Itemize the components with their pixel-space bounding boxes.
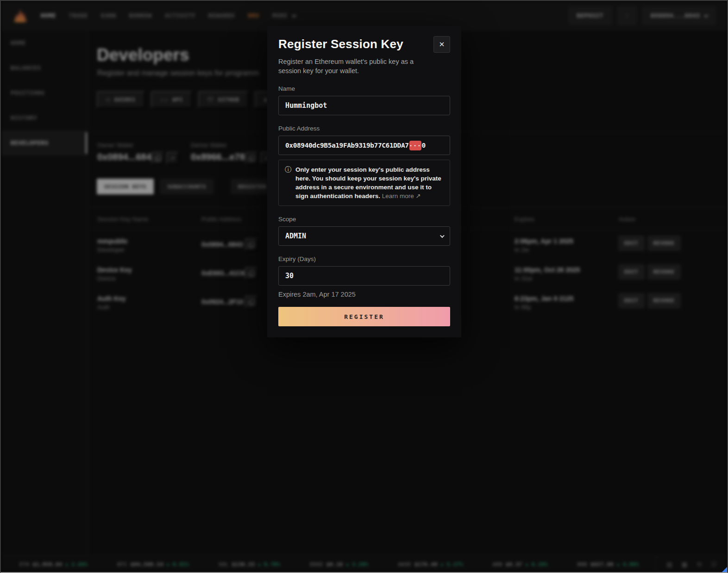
scope-selected-value: ADMIN (285, 232, 306, 240)
footer-icon-group: ▤ ▦ ⟲ 🗩 (656, 556, 728, 572)
address-copy-button[interactable] (245, 238, 257, 251)
book-icon: ❐ (106, 96, 110, 103)
ticker-change: 0.70% (264, 561, 281, 567)
wallet-account-button[interactable]: 0X0894...6843 (643, 7, 715, 24)
ticker-change: 5.27% (447, 561, 464, 567)
expires-relative: In 2w (515, 246, 529, 253)
notifications-button[interactable] (618, 7, 636, 25)
edit-button[interactable]: EDIT (618, 236, 645, 251)
expires-relative: In 99y (515, 304, 531, 311)
nav-item-rewards[interactable]: REWARDS (208, 12, 235, 19)
address-copy-button[interactable] (245, 296, 257, 308)
public-address-label: Public Address (278, 125, 450, 132)
ticker-price: $1,950.64 (32, 561, 62, 567)
ticker-item-eth: ETH $1,950.64 ▲ 2.64% (19, 561, 88, 567)
scope-label: Scope (278, 216, 450, 223)
deposit-button[interactable]: DEPOSIT (569, 7, 612, 24)
ticker-symbol: ARB (493, 561, 502, 567)
up-arrow-icon: ▲ (65, 562, 68, 567)
copy-icon (155, 156, 160, 161)
session-key-name: mmpublic (97, 237, 128, 245)
modal-title: Register Session Key (278, 37, 403, 51)
info-text: Only enter your session key's public add… (295, 165, 444, 200)
discord-icon[interactable]: 🗩 (711, 561, 717, 568)
ticker-price: $176.40 (414, 561, 438, 567)
scope-select[interactable]: ADMIN (278, 226, 450, 246)
tab-subaccounts[interactable]: SUBACCOUNTS (160, 179, 213, 194)
ticker-change: 4.06% (623, 561, 640, 567)
session-key-name: Device Key (97, 266, 132, 274)
session-key-role: Device (97, 275, 116, 282)
name-input-value: Hummingbot (285, 101, 327, 110)
ticker-symbol: SOL (219, 561, 228, 567)
nav-right-controls: DEPOSIT 0X0894...6843 (569, 7, 715, 25)
guides-button[interactable]: ❐GUIDES (97, 91, 145, 108)
nav-menu: HOME TRADE EARN BORROW ACTIVITY REWARDS … (41, 12, 295, 19)
copy-icon (249, 271, 254, 276)
ticker-price: $627.80 (590, 561, 614, 567)
nav-item-activity[interactable]: ACTIVITY (165, 12, 195, 19)
session-key-name: Auth Key (97, 295, 126, 302)
derive-wallet-copy-button[interactable] (245, 152, 258, 164)
api-button[interactable]: ‹›API (151, 91, 193, 108)
owner-wallet-external-link-button[interactable]: ↗ (166, 152, 179, 164)
ticker-item-btc: BTC $84,588.54 ▲ 0.81% (117, 561, 189, 567)
ticker-change: 6.19% (532, 561, 548, 567)
derive-wallet-label: Derive Wallet (191, 142, 226, 149)
up-arrow-icon: ▲ (441, 562, 444, 567)
copy-icon (249, 156, 254, 161)
revoke-button[interactable]: REVOKE (647, 236, 681, 251)
register-button[interactable]: REGISTER (278, 307, 450, 326)
active-indicator (86, 132, 87, 154)
owner-wallet-copy-button[interactable] (151, 152, 164, 164)
github-label: GITHUB (218, 97, 239, 103)
ticker-symbol: ETH (19, 561, 29, 567)
sidebar-item-positions[interactable]: POSITIONS (1, 81, 87, 106)
name-input[interactable]: Hummingbot (278, 96, 450, 115)
session-tabs: SESSION KEYS SUBACCOUNTS REGISTER SESS (97, 179, 291, 194)
chevron-down-icon (291, 13, 296, 18)
sidebar-item-developers[interactable]: DEVELOPERS (1, 131, 87, 156)
nav-item-earn[interactable]: EARN (101, 12, 116, 19)
learn-more-link[interactable]: Learn more ↗ (382, 193, 421, 199)
nav-item-trade[interactable]: TRADE (69, 12, 88, 19)
nav-item-borrow[interactable]: BORROW (129, 12, 152, 19)
expiry-label: Expiry (Days) (278, 255, 450, 262)
nav-item-more[interactable]: MORE (272, 12, 295, 19)
sidebar-item-home[interactable]: HOME (1, 31, 87, 56)
derive-logo-icon (11, 7, 30, 25)
tab-session-keys[interactable]: SESSION KEYS (97, 179, 154, 194)
docs-icon[interactable]: ▤ (667, 561, 672, 568)
ticker-change: 3.28% (352, 561, 369, 567)
stats-icon[interactable]: ▦ (682, 561, 687, 568)
ticker-symbol: AAVE (398, 561, 411, 567)
sidebar-item-history[interactable]: HISTORY (1, 106, 87, 131)
info-callout: ⓘ Only enter your session key's public a… (278, 160, 450, 206)
github-icon[interactable]: ⟲ (697, 561, 702, 568)
nav-item-home[interactable]: HOME (41, 12, 56, 19)
edit-button[interactable]: EDIT (618, 293, 645, 308)
session-key-address: 0x0894...6843 (201, 241, 243, 248)
copy-icon (249, 299, 254, 305)
session-key-address: 0xE693...41C6 (201, 269, 245, 277)
col-header-session-key-name: Session Key Name (97, 216, 149, 223)
ticker-price: $0.18 (326, 561, 343, 567)
close-button[interactable]: ✕ (433, 36, 450, 53)
revoke-button[interactable]: REVOKE (647, 293, 681, 308)
expires-time: 8:23pm, Jan 9 2125 (515, 295, 574, 302)
edit-button[interactable]: EDIT (618, 264, 645, 280)
owner-wallet-label: Owner Wallet (97, 142, 133, 149)
revoke-button[interactable]: REVOKE (647, 264, 681, 280)
expiry-input[interactable]: 30 (278, 266, 450, 286)
nav-item-drv[interactable]: DRV (248, 12, 260, 19)
address-copy-button[interactable] (245, 267, 257, 280)
ticker-symbol: BNB (577, 561, 587, 567)
copy-icon (249, 242, 254, 247)
expiry-input-value: 30 (285, 272, 294, 280)
github-button[interactable]: 🛡GITHUB (198, 91, 249, 108)
sidebar-item-balances[interactable]: BALANCES (1, 56, 87, 81)
expires-time: 2:06pm, Apr 1 2025 (515, 237, 573, 245)
public-address-input[interactable]: 0x08940dc9B5a19FAb9319b77C61DDA7···0 (278, 136, 450, 155)
ticker-item-aave: AAVE $176.40 ▲ 5.27% (398, 561, 463, 567)
ticker-item-arb: ARB $0.37 ▲ 6.19% (493, 561, 548, 567)
